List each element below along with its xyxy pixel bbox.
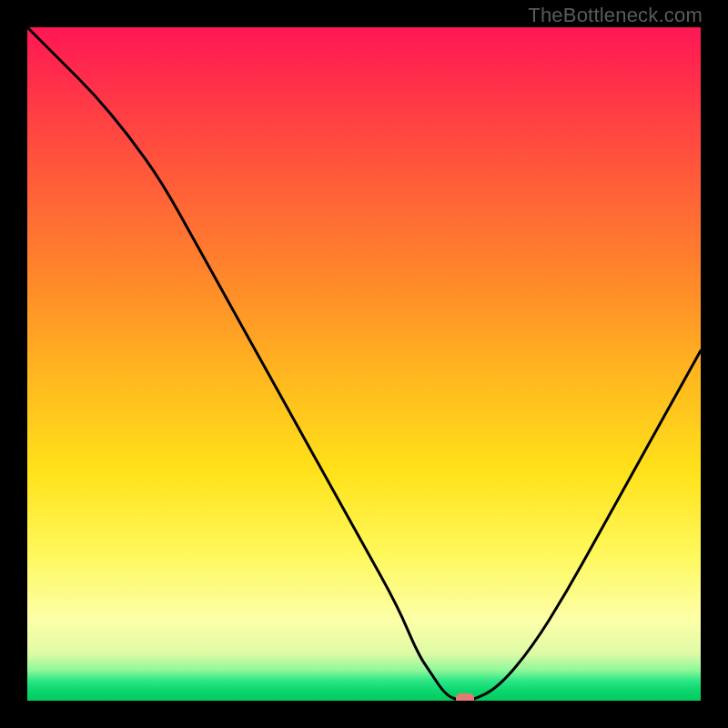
chart-frame: TheBottleneck.com <box>0 0 728 728</box>
watermark-text: TheBottleneck.com <box>528 4 703 27</box>
plot-background <box>27 27 701 701</box>
